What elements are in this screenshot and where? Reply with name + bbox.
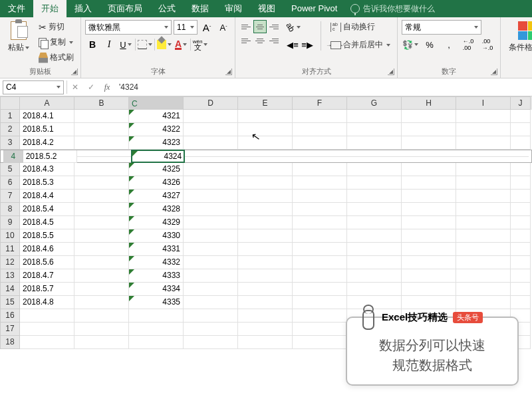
row-header[interactable]: 2 <box>0 123 20 136</box>
cell-G9[interactable] <box>347 216 402 229</box>
cell-I11[interactable] <box>456 243 511 256</box>
row-header[interactable]: 12 <box>0 256 20 269</box>
cell-C4[interactable]: 4324 <box>131 150 185 163</box>
cell-J15[interactable] <box>511 296 531 309</box>
cell-B4[interactable] <box>77 156 131 157</box>
cell-G8[interactable] <box>347 203 402 216</box>
cell-E9[interactable] <box>238 216 293 229</box>
decrease-decimal-button[interactable]: .00→.0 <box>479 37 496 52</box>
row-header[interactable]: 11 <box>0 243 20 256</box>
cell-E3[interactable] <box>238 136 293 150</box>
font-size-select[interactable]: 11 <box>174 20 198 35</box>
cell-J7[interactable] <box>511 190 531 203</box>
cell-F3[interactable] <box>293 136 347 150</box>
tell-me[interactable]: 告诉我你想要做什么 <box>350 3 435 15</box>
tab-视图[interactable]: 视图 <box>250 0 283 17</box>
cell-I13[interactable] <box>456 269 511 283</box>
cell-D14[interactable] <box>184 283 238 296</box>
cell-F4[interactable] <box>293 156 347 157</box>
row-header[interactable]: 1 <box>0 110 20 123</box>
align-top-left[interactable] <box>239 20 253 33</box>
font-name-select[interactable]: 微软雅黑 <box>85 20 172 35</box>
cell-A5[interactable]: 2018.4.3 <box>20 163 74 176</box>
cell-J6[interactable] <box>511 176 531 190</box>
cell-B5[interactable] <box>74 163 129 176</box>
cell-A3[interactable]: 2018.4.2 <box>20 136 74 150</box>
cell-C10[interactable]: 4330 <box>129 229 184 243</box>
cell-B3[interactable] <box>74 136 129 150</box>
cell-I10[interactable] <box>456 229 511 243</box>
cell-J5[interactable] <box>511 163 531 176</box>
cell-E8[interactable] <box>238 203 293 216</box>
cell-D13[interactable] <box>184 269 238 283</box>
cell-J2[interactable] <box>511 123 531 136</box>
tab-插入[interactable]: 插入 <box>66 0 100 17</box>
phonetic-button[interactable]: wén文 <box>193 37 207 52</box>
cell-F2[interactable] <box>293 123 347 136</box>
cell-I12[interactable] <box>456 256 511 269</box>
cell-E10[interactable] <box>238 229 293 243</box>
cell-E16[interactable] <box>238 309 293 323</box>
border-button[interactable] <box>138 37 152 52</box>
cell-E6[interactable] <box>238 176 293 190</box>
cell-A4[interactable]: 2018.5.2 <box>23 150 77 163</box>
col-header-B[interactable]: B <box>74 96 129 110</box>
cell-F13[interactable] <box>293 269 347 283</box>
cell-H13[interactable] <box>402 269 456 283</box>
row-header[interactable]: 6 <box>0 176 20 190</box>
cell-G2[interactable] <box>347 123 402 136</box>
row-header[interactable]: 18 <box>0 336 20 349</box>
font-color-button[interactable]: A <box>174 37 188 52</box>
cell-E1[interactable] <box>238 110 293 123</box>
cell-H11[interactable] <box>402 243 456 256</box>
cell-D2[interactable] <box>184 123 238 136</box>
cell-A7[interactable]: 2018.4.4 <box>20 190 74 203</box>
cell-I7[interactable] <box>456 190 511 203</box>
col-header-F[interactable]: F <box>293 96 347 110</box>
row-header[interactable]: 8 <box>0 203 20 216</box>
cell-D12[interactable] <box>184 256 238 269</box>
cell-H5[interactable] <box>402 163 456 176</box>
dialog-launcher[interactable] <box>71 68 78 75</box>
cell-I9[interactable] <box>456 216 511 229</box>
cell-E2[interactable] <box>238 123 293 136</box>
row-header[interactable]: 13 <box>0 269 20 283</box>
conditional-format-button[interactable]: 条件格式 <box>505 20 532 55</box>
name-box[interactable]: C4 <box>3 80 64 94</box>
cell-A12[interactable]: 2018.5.6 <box>20 256 74 269</box>
underline-button[interactable]: U <box>118 37 133 52</box>
cell-I14[interactable] <box>456 283 511 296</box>
merge-center-button[interactable]: 合并后居中 <box>328 38 393 52</box>
tab-Power Pivot[interactable]: Power Pivot <box>283 0 345 17</box>
cell-C1[interactable]: 4321 <box>129 110 184 123</box>
cell-B16[interactable] <box>74 309 129 323</box>
cell-H14[interactable] <box>402 283 456 296</box>
orientation-button[interactable]: ab <box>286 20 301 35</box>
cell-E14[interactable] <box>238 283 293 296</box>
cell-D5[interactable] <box>184 163 238 176</box>
cell-B15[interactable] <box>74 296 129 309</box>
col-header-G[interactable]: G <box>347 96 402 110</box>
cell-C5[interactable]: 4325 <box>129 163 184 176</box>
cell-C13[interactable]: 4333 <box>129 269 184 283</box>
cell-A17[interactable] <box>20 323 74 336</box>
cell-A18[interactable] <box>20 336 74 349</box>
cell-J1[interactable] <box>511 110 531 123</box>
cell-G12[interactable] <box>347 256 402 269</box>
cell-I4[interactable] <box>455 156 509 157</box>
cell-G11[interactable] <box>347 243 402 256</box>
tab-公式[interactable]: 公式 <box>150 0 184 17</box>
cell-F1[interactable] <box>293 110 347 123</box>
wrap-text-button[interactable]: 自动换行 <box>328 20 393 34</box>
increase-indent-button[interactable]: ≡▶ <box>301 39 314 52</box>
align-right[interactable] <box>267 34 281 47</box>
cell-E7[interactable] <box>238 190 293 203</box>
cell-C9[interactable]: 4329 <box>129 216 184 229</box>
cell-B11[interactable] <box>74 243 129 256</box>
cell-A2[interactable]: 2018.5.1 <box>20 123 74 136</box>
number-format-select[interactable]: 常规 <box>402 20 481 35</box>
tab-数据[interactable]: 数据 <box>184 0 217 17</box>
cell-I5[interactable] <box>456 163 511 176</box>
col-header-J[interactable]: J <box>511 96 531 110</box>
row-header[interactable]: 14 <box>0 283 20 296</box>
